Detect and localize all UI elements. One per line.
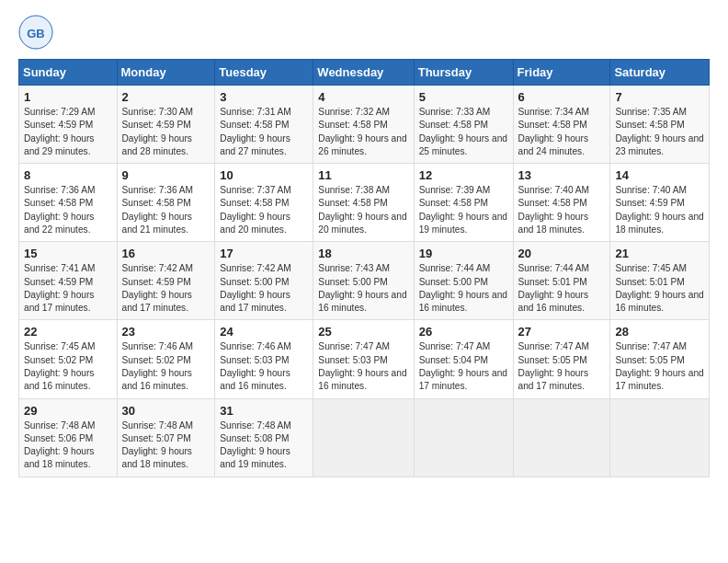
calendar-day-cell: 8 Sunrise: 7:36 AMSunset: 4:58 PMDayligh… <box>19 164 118 242</box>
day-number: 1 <box>24 90 112 104</box>
day-number: 4 <box>318 90 408 104</box>
day-number: 27 <box>518 325 606 339</box>
calendar-day-cell: 20 Sunrise: 7:44 AMSunset: 5:01 PMDaylig… <box>513 242 610 320</box>
calendar-week-row: 8 Sunrise: 7:36 AMSunset: 4:58 PMDayligh… <box>19 164 710 242</box>
day-info: Sunrise: 7:47 AMSunset: 5:05 PMDaylight:… <box>518 341 590 391</box>
calendar-day-cell: 11 Sunrise: 7:38 AMSunset: 4:58 PMDaylig… <box>313 164 414 242</box>
day-info: Sunrise: 7:29 AMSunset: 4:59 PMDaylight:… <box>24 107 96 156</box>
calendar-day-cell: 12 Sunrise: 7:39 AMSunset: 4:58 PMDaylig… <box>414 164 513 242</box>
day-number: 21 <box>615 247 704 260</box>
calendar-table: Sunday Monday Tuesday Wednesday Thursday… <box>18 59 710 477</box>
day-number: 12 <box>419 168 508 182</box>
day-number: 15 <box>24 247 112 260</box>
calendar-day-cell: 3 Sunrise: 7:31 AMSunset: 4:58 PMDayligh… <box>215 86 313 164</box>
day-number: 19 <box>419 247 508 260</box>
day-info: Sunrise: 7:36 AMSunset: 4:58 PMDaylight:… <box>122 185 194 235</box>
day-info: Sunrise: 7:45 AMSunset: 5:02 PMDaylight:… <box>24 341 96 391</box>
header-monday: Monday <box>117 60 215 86</box>
day-info: Sunrise: 7:32 AMSunset: 4:58 PMDaylight:… <box>318 107 406 156</box>
calendar-day-cell: 13 Sunrise: 7:40 AMSunset: 4:58 PMDaylig… <box>513 164 610 242</box>
calendar-week-row: 29 Sunrise: 7:48 AMSunset: 5:06 PMDaylig… <box>19 398 710 477</box>
day-info: Sunrise: 7:33 AMSunset: 4:58 PMDaylight:… <box>419 107 507 156</box>
day-info: Sunrise: 7:46 AMSunset: 5:03 PMDaylight:… <box>220 341 291 391</box>
day-info: Sunrise: 7:46 AMSunset: 5:02 PMDaylight:… <box>122 341 194 391</box>
calendar-day-cell: 19 Sunrise: 7:44 AMSunset: 5:00 PMDaylig… <box>414 242 513 320</box>
day-number: 29 <box>24 404 112 418</box>
day-info: Sunrise: 7:48 AMSunset: 5:06 PMDaylight:… <box>24 420 96 470</box>
calendar-day-cell: 1 Sunrise: 7:29 AMSunset: 4:59 PMDayligh… <box>19 86 118 164</box>
calendar-week-row: 1 Sunrise: 7:29 AMSunset: 4:59 PMDayligh… <box>19 86 710 164</box>
calendar-day-cell: 23 Sunrise: 7:46 AMSunset: 5:02 PMDaylig… <box>117 320 215 398</box>
day-info: Sunrise: 7:41 AMSunset: 4:59 PMDaylight:… <box>24 263 96 313</box>
calendar-day-cell: 9 Sunrise: 7:36 AMSunset: 4:58 PMDayligh… <box>117 164 215 242</box>
calendar-day-cell: 5 Sunrise: 7:33 AMSunset: 4:58 PMDayligh… <box>414 86 513 164</box>
calendar-day-cell <box>610 398 710 477</box>
header-thursday: Thursday <box>414 60 513 86</box>
calendar-day-cell: 26 Sunrise: 7:47 AMSunset: 5:04 PMDaylig… <box>414 320 513 398</box>
day-info: Sunrise: 7:39 AMSunset: 4:58 PMDaylight:… <box>419 185 507 235</box>
calendar-day-cell: 10 Sunrise: 7:37 AMSunset: 4:58 PMDaylig… <box>215 164 313 242</box>
header: GB <box>18 15 710 50</box>
day-info: Sunrise: 7:47 AMSunset: 5:05 PMDaylight:… <box>615 341 703 391</box>
header-friday: Friday <box>513 60 610 86</box>
day-info: Sunrise: 7:34 AMSunset: 4:58 PMDaylight:… <box>518 107 590 156</box>
day-number: 14 <box>615 168 704 182</box>
day-info: Sunrise: 7:38 AMSunset: 4:58 PMDaylight:… <box>318 185 406 235</box>
day-number: 5 <box>419 90 508 104</box>
day-number: 23 <box>122 325 210 339</box>
day-number: 11 <box>318 168 408 182</box>
header-wednesday: Wednesday <box>313 60 414 86</box>
day-number: 26 <box>419 325 508 339</box>
header-sunday: Sunday <box>19 60 118 86</box>
day-number: 6 <box>518 90 606 104</box>
calendar-day-cell: 31 Sunrise: 7:48 AMSunset: 5:08 PMDaylig… <box>215 398 313 477</box>
calendar-day-cell <box>513 398 610 477</box>
day-number: 31 <box>220 404 308 418</box>
header-saturday: Saturday <box>610 60 710 86</box>
day-info: Sunrise: 7:48 AMSunset: 5:07 PMDaylight:… <box>122 420 194 470</box>
calendar-day-cell: 14 Sunrise: 7:40 AMSunset: 4:59 PMDaylig… <box>610 164 710 242</box>
logo-icon: GB <box>18 15 53 50</box>
day-number: 3 <box>220 90 308 104</box>
day-info: Sunrise: 7:30 AMSunset: 4:59 PMDaylight:… <box>122 107 194 156</box>
calendar-week-row: 22 Sunrise: 7:45 AMSunset: 5:02 PMDaylig… <box>19 320 710 398</box>
calendar-day-cell: 29 Sunrise: 7:48 AMSunset: 5:06 PMDaylig… <box>19 398 118 477</box>
calendar-day-cell: 27 Sunrise: 7:47 AMSunset: 5:05 PMDaylig… <box>513 320 610 398</box>
day-info: Sunrise: 7:42 AMSunset: 4:59 PMDaylight:… <box>122 263 194 313</box>
calendar-day-cell: 15 Sunrise: 7:41 AMSunset: 4:59 PMDaylig… <box>19 242 118 320</box>
calendar-day-cell: 17 Sunrise: 7:42 AMSunset: 5:00 PMDaylig… <box>215 242 313 320</box>
day-number: 20 <box>518 247 606 260</box>
page: GB Sunday Monday Tuesday Wednesday Thurs… <box>0 0 728 563</box>
day-number: 25 <box>318 325 408 339</box>
day-number: 22 <box>24 325 112 339</box>
day-info: Sunrise: 7:35 AMSunset: 4:58 PMDaylight:… <box>615 107 703 156</box>
day-info: Sunrise: 7:47 AMSunset: 5:03 PMDaylight:… <box>318 341 406 391</box>
calendar-day-cell <box>313 398 414 477</box>
day-number: 28 <box>615 325 704 339</box>
day-info: Sunrise: 7:48 AMSunset: 5:08 PMDaylight:… <box>220 420 291 470</box>
day-number: 9 <box>122 168 210 182</box>
day-number: 16 <box>122 247 210 260</box>
calendar-day-cell: 22 Sunrise: 7:45 AMSunset: 5:02 PMDaylig… <box>19 320 118 398</box>
weekday-header-row: Sunday Monday Tuesday Wednesday Thursday… <box>19 60 710 86</box>
calendar-day-cell: 16 Sunrise: 7:42 AMSunset: 4:59 PMDaylig… <box>117 242 215 320</box>
day-info: Sunrise: 7:44 AMSunset: 5:01 PMDaylight:… <box>518 263 590 313</box>
day-number: 13 <box>518 168 606 182</box>
day-info: Sunrise: 7:43 AMSunset: 5:00 PMDaylight:… <box>318 263 406 313</box>
calendar-day-cell: 2 Sunrise: 7:30 AMSunset: 4:59 PMDayligh… <box>117 86 215 164</box>
calendar-day-cell: 6 Sunrise: 7:34 AMSunset: 4:58 PMDayligh… <box>513 86 610 164</box>
logo: GB <box>18 15 57 50</box>
day-number: 30 <box>122 404 210 418</box>
calendar-day-cell: 30 Sunrise: 7:48 AMSunset: 5:07 PMDaylig… <box>117 398 215 477</box>
day-info: Sunrise: 7:36 AMSunset: 4:58 PMDaylight:… <box>24 185 96 235</box>
calendar-day-cell: 21 Sunrise: 7:45 AMSunset: 5:01 PMDaylig… <box>610 242 710 320</box>
header-tuesday: Tuesday <box>215 60 313 86</box>
day-number: 7 <box>615 90 704 104</box>
calendar-day-cell: 4 Sunrise: 7:32 AMSunset: 4:58 PMDayligh… <box>313 86 414 164</box>
day-number: 17 <box>220 247 308 260</box>
calendar-day-cell: 28 Sunrise: 7:47 AMSunset: 5:05 PMDaylig… <box>610 320 710 398</box>
day-info: Sunrise: 7:47 AMSunset: 5:04 PMDaylight:… <box>419 341 507 391</box>
day-number: 18 <box>318 247 408 260</box>
calendar-day-cell: 7 Sunrise: 7:35 AMSunset: 4:58 PMDayligh… <box>610 86 710 164</box>
calendar-day-cell: 24 Sunrise: 7:46 AMSunset: 5:03 PMDaylig… <box>215 320 313 398</box>
